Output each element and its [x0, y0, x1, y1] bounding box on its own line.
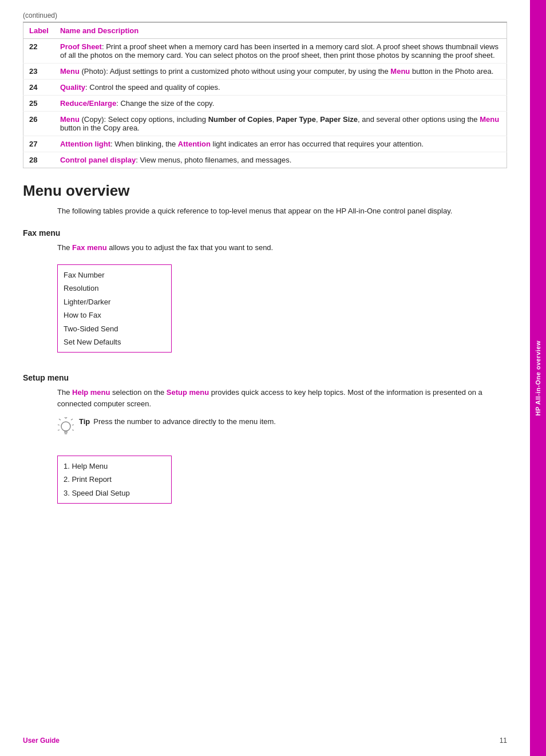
- svg-line-5: [72, 425, 74, 425]
- row-description: Attention light: When blinking, the Atte…: [54, 136, 507, 152]
- setup-menu-body: The Help menu selection on the Setup men…: [57, 387, 507, 409]
- term-proof-sheet: Proof Sheet: [60, 42, 102, 51]
- svg-line-2: [59, 419, 61, 420]
- term-menu-copy: Menu: [60, 115, 80, 124]
- tip-content: TipPress the number to advance directly …: [79, 416, 276, 428]
- label-table: Label Name and Description 22 Proof Shee…: [23, 22, 507, 168]
- svg-line-3: [71, 419, 73, 420]
- fax-menu-section: Fax menu The Fax menu allows you to adju…: [23, 228, 507, 365]
- table-row: 23 Menu (Photo): Adjust settings to prin…: [23, 64, 507, 80]
- help-menu-term: Help menu: [72, 388, 110, 397]
- row-description: Control panel display: View menus, photo…: [54, 152, 507, 168]
- fax-menu-term: Fax menu: [72, 243, 107, 252]
- col-label-header: Label: [23, 23, 54, 39]
- fax-menu-box: Fax Number Resolution Lighter/Darker How…: [57, 264, 172, 353]
- footer: User Guide 11: [23, 737, 507, 745]
- row-label: 23: [23, 64, 54, 80]
- list-item: How to Fax: [64, 308, 160, 322]
- term-control-panel-display: Control panel display: [60, 156, 136, 164]
- footer-page-number: 11: [500, 737, 507, 745]
- table-row: 22 Proof Sheet: Print a proof sheet when…: [23, 39, 507, 64]
- row-description: Reduce/Enlarge: Change the size of the c…: [54, 96, 507, 112]
- term-quality: Quality: [60, 83, 85, 92]
- tip-text: Press the number to advance directly to …: [93, 417, 276, 426]
- fax-menu-body: The Fax menu allows you to adjust the fa…: [57, 242, 507, 254]
- setup-menu-box: 1. Help Menu 2. Print Report 3. Speed Di…: [57, 456, 172, 504]
- bold-number-copies: Number of Copies: [208, 115, 272, 124]
- row-description: Proof Sheet: Print a proof sheet when a …: [54, 39, 507, 64]
- row-description: Quality: Control the speed and quality o…: [54, 80, 507, 96]
- main-content: (continued) Label Name and Description 2…: [0, 0, 530, 756]
- term-reduce-enlarge: Reduce/Enlarge: [60, 99, 116, 108]
- list-item: 3. Speed Dial Setup: [64, 486, 160, 500]
- term-attention: Attention: [178, 140, 211, 148]
- tip-label: Tip: [79, 417, 90, 426]
- row-label: 24: [23, 80, 54, 96]
- term-menu-copy-2: Menu: [480, 115, 499, 124]
- bold-paper-type: Paper Type: [276, 115, 316, 124]
- row-label: 28: [23, 152, 54, 168]
- row-description: Menu (Copy): Select copy options, includ…: [54, 112, 507, 136]
- term-attention-light: Attention light: [60, 140, 110, 148]
- list-item: Fax Number: [64, 268, 160, 282]
- setup-menu-section: Setup menu The Help menu selection on th…: [23, 373, 507, 515]
- list-item: Resolution: [64, 282, 160, 295]
- svg-point-8: [61, 422, 70, 431]
- term-menu-photo: Menu: [60, 67, 80, 76]
- row-label: 22: [23, 39, 54, 64]
- table-row: 26 Menu (Copy): Select copy options, inc…: [23, 112, 507, 136]
- svg-line-7: [72, 430, 74, 430]
- continued-note: (continued): [23, 11, 507, 19]
- row-label: 25: [23, 96, 54, 112]
- svg-line-4: [58, 425, 60, 425]
- footer-user-guide: User Guide: [23, 737, 60, 745]
- svg-line-0: [65, 417, 66, 418]
- svg-line-1: [66, 417, 67, 418]
- list-item: 1. Help Menu: [64, 460, 160, 473]
- table-row: 24 Quality: Control the speed and qualit…: [23, 80, 507, 96]
- tip-area: TipPress the number to advance directly …: [57, 416, 507, 441]
- bold-paper-size: Paper Size: [320, 115, 358, 124]
- table-row: 27 Attention light: When blinking, the A…: [23, 136, 507, 152]
- row-description: Menu (Photo): Adjust settings to print a…: [54, 64, 507, 80]
- setup-menu-subtitle: Setup menu: [23, 373, 507, 382]
- menu-overview-intro: The following tables provide a quick ref…: [57, 205, 507, 217]
- list-item: Lighter/Darker: [64, 295, 160, 308]
- list-item: Two-Sided Send: [64, 322, 160, 335]
- list-item: 2. Print Report: [64, 473, 160, 486]
- term-menu-photo-2: Menu: [390, 67, 410, 76]
- row-label: 27: [23, 136, 54, 152]
- svg-line-6: [58, 430, 60, 430]
- table-row: 28 Control panel display: View menus, ph…: [23, 152, 507, 168]
- sidebar-tab-label: HP All-in-One overview: [535, 341, 541, 415]
- table-row: 25 Reduce/Enlarge: Change the size of th…: [23, 96, 507, 112]
- sidebar-tab: HP All-in-One overview: [530, 0, 546, 756]
- fax-menu-subtitle: Fax menu: [23, 228, 507, 238]
- row-label: 26: [23, 112, 54, 136]
- list-item: Set New Defaults: [64, 335, 160, 349]
- lightbulb-icon: [57, 417, 74, 441]
- menu-overview-title: Menu overview: [23, 182, 507, 200]
- setup-menu-term: Setup menu: [167, 388, 209, 397]
- col-desc-header: Name and Description: [54, 23, 507, 39]
